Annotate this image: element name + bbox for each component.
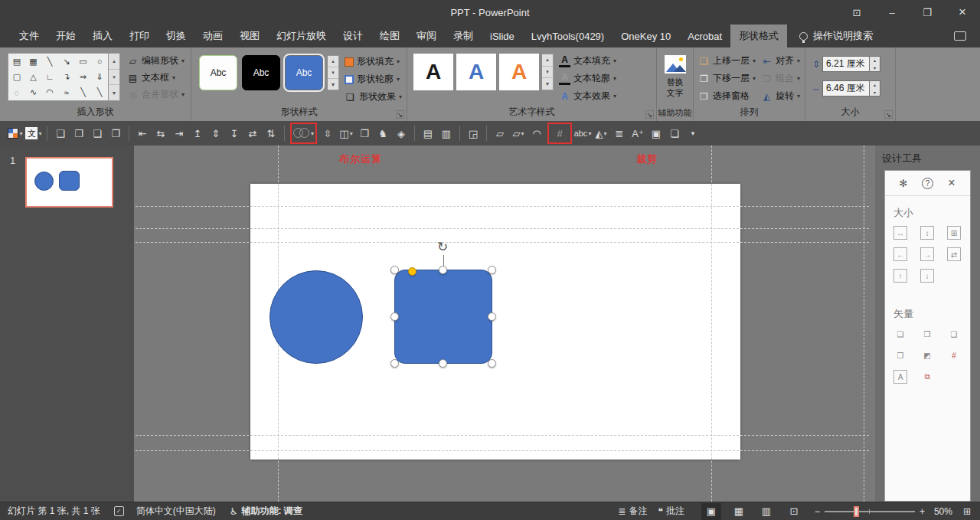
shape-right-arrow-icon[interactable]: ⇒ xyxy=(75,69,92,84)
tab-review[interactable]: 审阅 xyxy=(408,25,445,47)
gallery-up-icon[interactable]: ▴ xyxy=(109,54,119,70)
size-height-tool[interactable]: ↕ xyxy=(920,226,934,240)
duck-icon[interactable]: ♞ xyxy=(374,124,392,142)
tab-slideshow[interactable]: 幻灯片放映 xyxy=(268,25,335,47)
bring-forward-button[interactable]: ❏ 上移一层 ▾ xyxy=(698,53,756,69)
tab-design[interactable]: 设计 xyxy=(335,25,371,47)
fragment-tool[interactable]: ◩ xyxy=(920,348,934,362)
zoom-out-button[interactable]: − xyxy=(815,506,820,517)
language-status[interactable]: 简体中文(中国大陆) xyxy=(136,505,216,518)
edit-shape-button[interactable]: ▱▾ xyxy=(509,124,528,142)
tab-animations[interactable]: 动画 xyxy=(194,25,231,47)
tab-print[interactable]: 打印 xyxy=(121,25,158,47)
text-box-tool[interactable]: A xyxy=(893,370,907,384)
boolean-ops-button[interactable]: ▾ xyxy=(293,124,314,142)
edit-shape-button[interactable]: ▱ 编辑形状 ▾ xyxy=(127,53,185,69)
tab-shape-format[interactable]: 形状格式 xyxy=(730,25,787,47)
toolbar-more-icon[interactable]: ▾ xyxy=(684,124,702,142)
rotate-button[interactable]: ◭ 旋转 ▾ xyxy=(761,88,800,104)
resize-handle-n[interactable] xyxy=(439,266,447,274)
shape-style-swatch-2[interactable]: Abc xyxy=(242,55,280,90)
send-backward-icon[interactable]: ❐ xyxy=(106,124,125,142)
shape-down-arrow-icon[interactable]: ⇓ xyxy=(91,69,108,84)
align-left-tool[interactable]: ← xyxy=(893,247,907,261)
view-normal-button[interactable]: ▣ xyxy=(701,503,721,520)
height-value[interactable]: 6.21 厘米 xyxy=(822,56,870,72)
wordart-swatch-1[interactable]: A xyxy=(413,54,453,90)
width-value[interactable]: 6.46 厘米 xyxy=(822,80,870,96)
shape-effects-button[interactable]: ❑ 形状效果 ▾ xyxy=(345,89,402,105)
distribute-h-icon[interactable]: ⇄ xyxy=(243,124,262,142)
theme-colors-button[interactable]: ▾ xyxy=(6,124,24,142)
width-stepper[interactable]: ▴▾ xyxy=(870,80,880,96)
rounded-square-shape-selected[interactable] xyxy=(394,270,492,364)
tell-me-search[interactable]: 操作说明搜索 xyxy=(799,25,873,47)
shape-style-swatch-3-selected[interactable]: Abc xyxy=(285,55,323,90)
height-stepper[interactable]: ▴▾ xyxy=(870,56,880,72)
gallery-more-icon[interactable]: ▼ xyxy=(542,78,553,90)
gallery-down-icon[interactable]: ▾ xyxy=(109,70,119,86)
tab-home[interactable]: 开始 xyxy=(47,25,84,47)
fit-to-window-icon[interactable]: ⊞ xyxy=(963,506,971,517)
flip-button[interactable]: ◭▾ xyxy=(592,124,610,142)
shape-rect-icon[interactable]: ▭ xyxy=(75,54,92,69)
close-button[interactable]: × xyxy=(945,0,980,25)
bring-forward-icon[interactable]: ❏ xyxy=(88,124,106,142)
gallery-up-icon[interactable]: ▴ xyxy=(542,54,553,67)
shape-line3-icon[interactable]: ╲ xyxy=(91,85,108,100)
align-button[interactable]: ⇤ 对齐 ▾ xyxy=(761,53,800,69)
ribbon-options-icon[interactable]: ⊡ xyxy=(839,0,874,25)
arc-tool-icon[interactable]: ◠ xyxy=(528,124,546,142)
accessibility-status[interactable]: 辅助功能: 调查 xyxy=(241,505,302,518)
zoom-level[interactable]: 50% xyxy=(934,506,952,517)
shape-line-icon[interactable]: ╲ xyxy=(41,54,58,69)
align-center-icon[interactable]: ⇆ xyxy=(152,124,170,142)
distribute-v-icon[interactable]: ⇅ xyxy=(262,124,280,142)
size-scale-tool[interactable]: ⊞ xyxy=(947,226,961,240)
resize-icon[interactable]: ⇳ xyxy=(318,124,337,142)
settings-gear-icon[interactable]: ✻ xyxy=(896,175,911,191)
selection-pane-button[interactable]: ❒ 选择窗格 xyxy=(698,88,750,104)
text-outline-button[interactable]: A 文本轮廓 ▾ xyxy=(559,70,616,87)
spell-check-icon[interactable]: ✓ xyxy=(114,506,124,516)
send-backward-button[interactable]: ❐ 下移一层 ▾ xyxy=(698,70,756,87)
layout-text-icon[interactable]: ▤ xyxy=(419,124,437,142)
oval-shape[interactable] xyxy=(270,270,363,364)
shape-elbow-arrow-icon[interactable]: ↴ xyxy=(58,69,75,84)
align-middle-icon[interactable]: ⇕ xyxy=(207,124,225,142)
text-tool-button[interactable]: 文▾ xyxy=(24,124,43,142)
text-fill-button[interactable]: A 文本填充 ▾ xyxy=(559,53,616,69)
tab-acrobat[interactable]: Acrobat xyxy=(679,25,730,47)
edit-points-icon[interactable]: ▱ xyxy=(491,124,509,142)
shape-textbox-v-icon[interactable]: ▦ xyxy=(25,54,42,69)
resize-handle-w[interactable] xyxy=(390,312,399,321)
dialog-launcher-icon[interactable]: ↘ xyxy=(645,110,654,119)
resize-handle-e[interactable] xyxy=(488,312,496,321)
shape-scribble-icon[interactable]: ∿ xyxy=(25,85,42,100)
shape-line2-icon[interactable]: ╲ xyxy=(75,85,92,100)
selection-pane-icon[interactable]: ◲ xyxy=(464,124,482,142)
slide-canvas[interactable]: 布尔运算 裁剪 ↻ xyxy=(134,146,875,502)
shape-combo-button[interactable]: ◫▾ xyxy=(337,124,355,142)
union-tool[interactable]: ❏ xyxy=(893,327,907,341)
combine-tool[interactable]: ❐ xyxy=(920,327,934,341)
tab-insert[interactable]: 插入 xyxy=(84,25,121,47)
shape-arrow-icon[interactable]: ↘ xyxy=(58,54,75,69)
view-sorter-button[interactable]: ▦ xyxy=(729,503,749,520)
zoom-slider[interactable] xyxy=(825,506,915,517)
shape-wave-icon[interactable]: ≈ xyxy=(58,85,75,100)
tab-file[interactable]: 文件 xyxy=(11,25,47,47)
alt-text-icon[interactable] xyxy=(664,54,687,74)
align-top-icon[interactable]: ↥ xyxy=(188,124,207,142)
gallery-down-icon[interactable]: ▾ xyxy=(542,67,553,79)
shape-triangle-icon[interactable]: △ xyxy=(25,69,42,84)
shape-curve-icon[interactable]: ◠ xyxy=(41,85,58,100)
dialog-launcher-icon[interactable]: ↘ xyxy=(884,110,893,119)
subtract-tool[interactable]: ❑ xyxy=(947,327,961,341)
gallery-up-icon[interactable]: ▴ xyxy=(328,56,338,67)
rotation-handle[interactable]: ↻ xyxy=(437,239,448,255)
wordart-swatch-2[interactable]: A xyxy=(456,54,496,90)
resize-handle-nw[interactable] xyxy=(390,266,399,274)
adjust-handle-yellow[interactable] xyxy=(408,267,416,276)
size-width-tool[interactable]: ↔ xyxy=(893,226,907,240)
